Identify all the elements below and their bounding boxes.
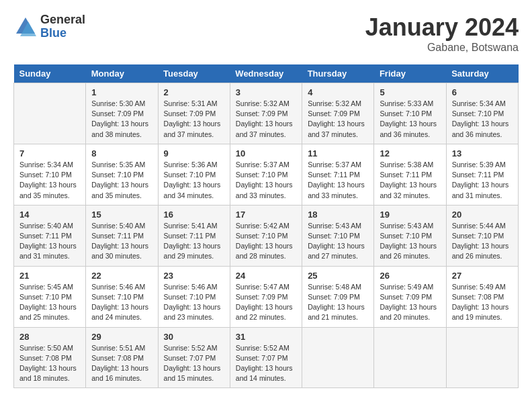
day-info: Sunrise: 5:35 AMSunset: 7:10 PMDaylight:… (91, 161, 148, 199)
day-number: 10 (236, 148, 296, 158)
day-info: Sunrise: 5:38 AMSunset: 7:11 PMDaylight:… (380, 161, 437, 199)
cell-week3-day2: 23Sunrise: 5:46 AMSunset: 7:10 PMDayligh… (158, 266, 230, 327)
cell-week1-day2: 9Sunrise: 5:36 AMSunset: 7:10 PMDaylight… (158, 144, 230, 205)
day-number: 7 (19, 148, 80, 158)
day-info: Sunrise: 5:33 AMSunset: 7:10 PMDaylight:… (380, 99, 437, 138)
cell-week2-day0: 14Sunrise: 5:40 AMSunset: 7:11 PMDayligh… (14, 205, 86, 266)
day-info: Sunrise: 5:32 AMSunset: 7:09 PMDaylight:… (236, 99, 293, 138)
logo-text: General Blue (40, 13, 85, 40)
calendar-table: Sunday Monday Tuesday Wednesday Thursday… (13, 64, 519, 388)
cell-week2-day1: 15Sunrise: 5:40 AMSunset: 7:11 PMDayligh… (86, 205, 158, 266)
header-wednesday: Wednesday (230, 64, 302, 83)
cell-week2-day5: 19Sunrise: 5:43 AMSunset: 7:10 PMDayligh… (374, 205, 446, 266)
day-info: Sunrise: 5:50 AMSunset: 7:08 PMDaylight:… (19, 344, 77, 383)
day-number: 30 (164, 332, 224, 342)
cell-week0-day0 (14, 83, 86, 144)
cell-week4-day5 (374, 327, 446, 388)
day-info: Sunrise: 5:46 AMSunset: 7:10 PMDaylight:… (164, 283, 221, 322)
day-number: 19 (380, 210, 440, 220)
cell-week2-day6: 20Sunrise: 5:44 AMSunset: 7:10 PMDayligh… (446, 205, 518, 266)
day-number: 12 (380, 148, 440, 158)
cell-week3-day4: 25Sunrise: 5:48 AMSunset: 7:09 PMDayligh… (302, 266, 374, 327)
day-number: 2 (164, 87, 224, 97)
subtitle: Gabane, Botswana (365, 42, 519, 54)
day-number: 3 (236, 87, 296, 97)
day-info: Sunrise: 5:46 AMSunset: 7:10 PMDaylight:… (91, 283, 148, 322)
day-info: Sunrise: 5:51 AMSunset: 7:08 PMDaylight:… (91, 344, 148, 383)
day-number: 16 (164, 210, 224, 220)
day-info: Sunrise: 5:43 AMSunset: 7:10 PMDaylight:… (380, 222, 437, 261)
cell-week0-day6: 6Sunrise: 5:34 AMSunset: 7:10 PMDaylight… (446, 83, 518, 144)
cell-week0-day3: 3Sunrise: 5:32 AMSunset: 7:09 PMDaylight… (230, 83, 302, 144)
cell-week2-day4: 18Sunrise: 5:43 AMSunset: 7:10 PMDayligh… (302, 205, 374, 266)
logo: General Blue (13, 13, 85, 40)
day-info: Sunrise: 5:44 AMSunset: 7:10 PMDaylight:… (452, 222, 509, 261)
calendar-body: 1Sunrise: 5:30 AMSunset: 7:09 PMDaylight… (14, 83, 519, 388)
cell-week4-day0: 28Sunrise: 5:50 AMSunset: 7:08 PMDayligh… (14, 327, 86, 388)
day-number: 31 (236, 332, 296, 342)
cell-week1-day0: 7Sunrise: 5:34 AMSunset: 7:10 PMDaylight… (14, 144, 86, 205)
day-number: 24 (236, 271, 296, 281)
day-info: Sunrise: 5:45 AMSunset: 7:10 PMDaylight:… (19, 283, 77, 322)
title-block: January 2024 Gabane, Botswana (365, 13, 519, 54)
day-info: Sunrise: 5:52 AMSunset: 7:07 PMDaylight:… (236, 344, 293, 383)
day-number: 27 (452, 271, 513, 281)
cell-week0-day2: 2Sunrise: 5:31 AMSunset: 7:09 PMDaylight… (158, 83, 230, 144)
day-number: 1 (91, 87, 152, 97)
day-number: 11 (308, 148, 368, 158)
cell-week2-day3: 17Sunrise: 5:42 AMSunset: 7:10 PMDayligh… (230, 205, 302, 266)
week-row-1: 7Sunrise: 5:34 AMSunset: 7:10 PMDaylight… (14, 144, 519, 205)
day-info: Sunrise: 5:40 AMSunset: 7:11 PMDaylight:… (19, 222, 77, 261)
day-info: Sunrise: 5:34 AMSunset: 7:10 PMDaylight:… (452, 99, 509, 138)
day-info: Sunrise: 5:49 AMSunset: 7:09 PMDaylight:… (380, 283, 437, 322)
day-info: Sunrise: 5:39 AMSunset: 7:11 PMDaylight:… (452, 161, 509, 199)
day-number: 26 (380, 271, 440, 281)
cell-week1-day6: 13Sunrise: 5:39 AMSunset: 7:11 PMDayligh… (446, 144, 518, 205)
cell-week3-day3: 24Sunrise: 5:47 AMSunset: 7:09 PMDayligh… (230, 266, 302, 327)
cell-week1-day4: 11Sunrise: 5:37 AMSunset: 7:11 PMDayligh… (302, 144, 374, 205)
day-number: 14 (19, 210, 80, 220)
day-info: Sunrise: 5:30 AMSunset: 7:09 PMDaylight:… (91, 99, 148, 138)
day-number: 23 (164, 271, 224, 281)
header-sunday: Sunday (14, 64, 86, 83)
logo-blue: Blue (40, 27, 85, 40)
header-tuesday: Tuesday (158, 64, 230, 83)
day-number: 18 (308, 210, 368, 220)
day-info: Sunrise: 5:36 AMSunset: 7:10 PMDaylight:… (164, 161, 221, 199)
cell-week0-day5: 5Sunrise: 5:33 AMSunset: 7:10 PMDaylight… (374, 83, 446, 144)
cell-week3-day6: 27Sunrise: 5:49 AMSunset: 7:08 PMDayligh… (446, 266, 518, 327)
cell-week3-day0: 21Sunrise: 5:45 AMSunset: 7:10 PMDayligh… (14, 266, 86, 327)
day-info: Sunrise: 5:40 AMSunset: 7:11 PMDaylight:… (91, 222, 148, 261)
day-number: 9 (164, 148, 224, 158)
header-monday: Monday (86, 64, 158, 83)
logo-general: General (40, 13, 85, 27)
day-info: Sunrise: 5:37 AMSunset: 7:10 PMDaylight:… (236, 161, 293, 199)
cell-week3-day1: 22Sunrise: 5:46 AMSunset: 7:10 PMDayligh… (86, 266, 158, 327)
cell-week1-day1: 8Sunrise: 5:35 AMSunset: 7:10 PMDaylight… (86, 144, 158, 205)
day-number: 6 (452, 87, 513, 97)
day-info: Sunrise: 5:43 AMSunset: 7:10 PMDaylight:… (308, 222, 365, 261)
day-number: 8 (91, 148, 152, 158)
week-row-2: 14Sunrise: 5:40 AMSunset: 7:11 PMDayligh… (14, 205, 519, 266)
day-number: 15 (91, 210, 152, 220)
day-number: 25 (308, 271, 368, 281)
cell-week1-day5: 12Sunrise: 5:38 AMSunset: 7:11 PMDayligh… (374, 144, 446, 205)
main-title: January 2024 (365, 13, 519, 42)
day-number: 20 (452, 210, 513, 220)
cell-week2-day2: 16Sunrise: 5:41 AMSunset: 7:11 PMDayligh… (158, 205, 230, 266)
day-info: Sunrise: 5:31 AMSunset: 7:09 PMDaylight:… (164, 99, 221, 138)
day-info: Sunrise: 5:32 AMSunset: 7:09 PMDaylight:… (308, 99, 365, 138)
header-friday: Friday (374, 64, 446, 83)
cell-week4-day3: 31Sunrise: 5:52 AMSunset: 7:07 PMDayligh… (230, 327, 302, 388)
logo-icon (13, 15, 38, 39)
header-row: Sunday Monday Tuesday Wednesday Thursday… (14, 64, 519, 83)
page-header: General Blue January 2024 Gabane, Botswa… (13, 13, 519, 54)
day-number: 21 (19, 271, 80, 281)
header-thursday: Thursday (302, 64, 374, 83)
week-row-4: 28Sunrise: 5:50 AMSunset: 7:08 PMDayligh… (14, 327, 519, 388)
day-number: 28 (19, 332, 80, 342)
cell-week3-day5: 26Sunrise: 5:49 AMSunset: 7:09 PMDayligh… (374, 266, 446, 327)
day-number: 4 (308, 87, 368, 97)
cell-week4-day6 (446, 327, 518, 388)
day-number: 5 (380, 87, 440, 97)
